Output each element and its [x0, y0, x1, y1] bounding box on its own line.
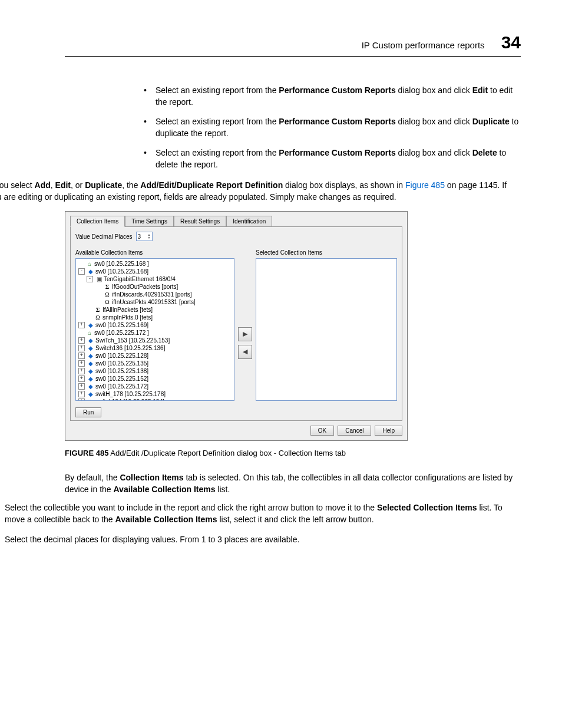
- tree-item-label: switch134 [10.25.225.134]: [95, 398, 164, 401]
- tree-item[interactable]: +◆sw0 [10.25.225.128]: [76, 352, 234, 360]
- tab-time-settings[interactable]: Time Settings: [125, 216, 174, 227]
- tree-item[interactable]: ΩifInDiscards.402915331 [ports]: [76, 291, 234, 298]
- expand-icon[interactable]: +: [78, 322, 85, 328]
- tree-item-label: ifInDiscards.402915331 [ports]: [112, 291, 192, 298]
- tree-item[interactable]: +◆switH_178 [10.25.225.178]: [76, 390, 234, 398]
- dialog-screenshot: Collection ItemsTime SettingsResult Sett…: [65, 211, 521, 441]
- tree-item-label: sw0 [10.25.225.168]: [95, 268, 148, 275]
- paragraph-default-tab: By default, the Collection Items tab is …: [65, 472, 521, 496]
- tree-item[interactable]: ⌂sw0 [10.25.225.172 ]: [76, 329, 234, 337]
- tab-result-settings[interactable]: Result Settings: [174, 216, 226, 227]
- value-decimal-label: Value Decimal Places: [75, 233, 133, 240]
- tree-item[interactable]: +◆sw0 [10.25.225.138]: [76, 367, 234, 375]
- tree-item-label: ifInUcastPkts.402915331 [ports]: [112, 298, 196, 306]
- expand-icon[interactable]: +: [78, 398, 85, 401]
- tree-item-label: switH_178 [10.25.225.178]: [95, 390, 166, 398]
- sigma-icon: Σ: [104, 283, 111, 291]
- device-icon: ◆: [87, 360, 94, 367]
- available-list[interactable]: ⌂sw0 [10.25.225.168 ]-◆sw0 [10.25.225.16…: [75, 258, 234, 401]
- tree-item-label: snmpInPkts.0 [tets]: [103, 314, 153, 321]
- tree-item-label: sw0 [10.25.225.169]: [95, 321, 148, 329]
- port-icon: ▣: [95, 275, 103, 283]
- figure-link[interactable]: Figure 485: [405, 180, 445, 190]
- tree-item-label: IfAllInPackets [tets]: [103, 306, 153, 314]
- bullet-list: Select an existing report from the Perfo…: [141, 85, 521, 171]
- selected-label: Selected Collection Items: [256, 249, 397, 256]
- tree-item[interactable]: +◆sw0 [10.25.225.172]: [76, 383, 234, 390]
- expand-icon[interactable]: -: [78, 268, 85, 275]
- host-icon: ⌂: [86, 329, 93, 337]
- tree-item[interactable]: -◆sw0 [10.25.225.168]: [76, 268, 234, 275]
- value-decimal-value: 3: [138, 233, 141, 240]
- help-button[interactable]: Help: [375, 426, 402, 436]
- cancel-button[interactable]: Cancel: [338, 426, 371, 436]
- step-3: 3. Select the collectible you want to in…: [0, 502, 521, 526]
- figure-caption: FIGURE 485 Add/Edit /Duplicate Report De…: [65, 449, 521, 457]
- header-title: IP Custom performance reports: [362, 40, 485, 50]
- tree-item[interactable]: ⌂sw0 [10.25.225.168 ]: [76, 260, 234, 268]
- tree-item[interactable]: +◆sw0 [10.25.225.152]: [76, 375, 234, 383]
- dialog-footer: OK Cancel Help: [70, 426, 402, 436]
- transfer-buttons: ▶ ◀: [238, 249, 252, 401]
- run-button[interactable]: Run: [75, 407, 101, 417]
- tree-item[interactable]: +◆sw0 [10.25.225.135]: [76, 360, 234, 367]
- expand-icon[interactable]: +: [78, 337, 85, 344]
- selected-column: Selected Collection Items: [256, 249, 397, 401]
- expand-icon[interactable]: +: [78, 360, 85, 367]
- value-decimal-row: Value Decimal Places 3 ▲▼: [75, 232, 397, 241]
- value-decimal-spinner[interactable]: 3 ▲▼: [136, 232, 153, 241]
- sigma-icon: Σ: [94, 306, 101, 314]
- tree-item[interactable]: +◆sw0 [10.25.225.169]: [76, 321, 234, 329]
- page: IP Custom performance reports 34 Select …: [0, 0, 562, 728]
- omega-icon: Ω: [94, 314, 101, 321]
- expand-icon[interactable]: +: [78, 353, 85, 359]
- host-icon: ⌂: [86, 260, 93, 268]
- device-icon: ◆: [87, 375, 94, 383]
- bullet-item: Select an existing report from the Perfo…: [141, 116, 521, 139]
- tree-item-label: sw0 [10.25.225.172 ]: [94, 329, 149, 337]
- dialog: Collection ItemsTime SettingsResult Sett…: [65, 211, 408, 441]
- tree-item-label: TenGigabitEthernet 168/0/4: [104, 275, 176, 283]
- tree-item[interactable]: ΩsnmpInPkts.0 [tets]: [76, 314, 234, 321]
- move-right-button[interactable]: ▶: [238, 327, 252, 341]
- step-4: 4. Select the decimal places for display…: [0, 533, 521, 545]
- tree-item-label: Switch136 [10.25.225.136]: [95, 344, 165, 352]
- tree-item[interactable]: ΣIfGoodOutPackets [ports]: [76, 283, 234, 291]
- tab-collection-items[interactable]: Collection Items: [70, 216, 125, 227]
- tree-item[interactable]: ΣIfAllInPackets [tets]: [76, 306, 234, 314]
- tree-item-label: IfGoodOutPackets [ports]: [112, 283, 178, 291]
- expand-icon[interactable]: +: [78, 345, 85, 351]
- available-column: Available Collection Items ⌂sw0 [10.25.2…: [75, 249, 234, 401]
- expand-icon[interactable]: -: [87, 276, 93, 282]
- spinner-buttons[interactable]: ▲▼: [148, 233, 151, 239]
- tree-item[interactable]: +◆Switch136 [10.25.225.136]: [76, 344, 234, 352]
- omega-icon: Ω: [104, 291, 111, 298]
- bullet-item: Select an existing report from the Perfo…: [141, 147, 521, 170]
- device-icon: ◆: [87, 352, 94, 360]
- page-header: IP Custom performance reports 34: [65, 32, 521, 57]
- device-icon: ◆: [87, 321, 94, 329]
- expand-icon[interactable]: +: [78, 383, 85, 390]
- tree-item-label: sw0 [10.25.225.172]: [95, 383, 148, 390]
- device-icon: ◆: [87, 268, 94, 275]
- device-icon: ◆: [87, 337, 94, 344]
- available-label: Available Collection Items: [75, 249, 234, 256]
- move-left-button[interactable]: ◀: [238, 345, 252, 359]
- expand-icon[interactable]: +: [78, 368, 85, 374]
- tree-item-label: sw0 [10.25.225.135]: [95, 360, 148, 367]
- tree-item[interactable]: -▣TenGigabitEthernet 168/0/4: [76, 275, 234, 283]
- tree-item-label: SwiTch_153 [10.25.225.153]: [95, 337, 170, 344]
- tree-item[interactable]: ΩifInUcastPkts.402915331 [ports]: [76, 298, 234, 306]
- tree-item[interactable]: +◆SwiTch_153 [10.25.225.153]: [76, 337, 234, 344]
- tab-identification[interactable]: Identification: [226, 216, 272, 227]
- expand-icon[interactable]: +: [78, 391, 85, 397]
- tree-item-label: sw0 [10.25.225.152]: [95, 375, 148, 383]
- ok-button[interactable]: OK: [310, 426, 334, 436]
- selected-list[interactable]: [256, 258, 397, 401]
- device-icon: ◆: [87, 383, 94, 390]
- dialog-tabs: Collection ItemsTime SettingsResult Sett…: [70, 215, 402, 226]
- paragraph-figure-ref: If you select Add, Edit, or Duplicate, t…: [0, 179, 521, 203]
- device-icon: ◆: [87, 367, 94, 375]
- expand-icon[interactable]: +: [78, 375, 85, 382]
- tree-item[interactable]: +◆switch134 [10.25.225.134]: [76, 398, 234, 401]
